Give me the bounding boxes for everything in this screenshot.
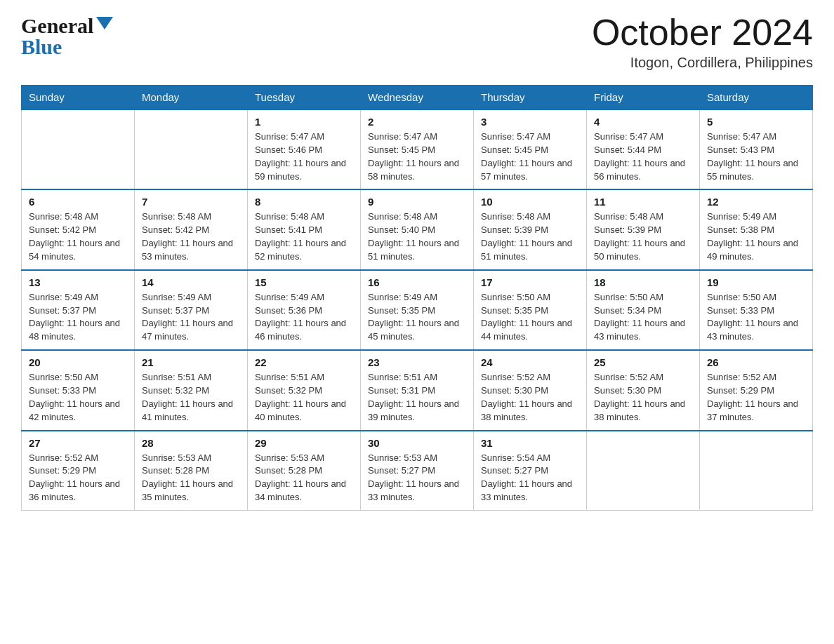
day-info: Sunrise: 5:47 AMSunset: 5:43 PMDaylight:… xyxy=(707,130,805,183)
day-number: 29 xyxy=(255,437,353,449)
header-thursday: Thursday xyxy=(474,86,587,110)
calendar-cell: 26Sunrise: 5:52 AMSunset: 5:29 PMDayligh… xyxy=(700,350,813,430)
calendar-cell: 30Sunrise: 5:53 AMSunset: 5:27 PMDayligh… xyxy=(361,431,474,511)
calendar-cell: 9Sunrise: 5:48 AMSunset: 5:40 PMDaylight… xyxy=(361,189,474,269)
day-info: Sunrise: 5:48 AMSunset: 5:42 PMDaylight:… xyxy=(142,210,240,263)
page-header: General Blue October 2024 Itogon, Cordil… xyxy=(21,14,813,71)
day-number: 27 xyxy=(29,437,127,449)
calendar-cell: 12Sunrise: 5:49 AMSunset: 5:38 PMDayligh… xyxy=(700,189,813,269)
day-info: Sunrise: 5:53 AMSunset: 5:28 PMDaylight:… xyxy=(142,452,240,504)
day-number: 15 xyxy=(255,276,353,288)
day-info: Sunrise: 5:53 AMSunset: 5:28 PMDaylight:… xyxy=(255,452,353,504)
calendar-cell: 15Sunrise: 5:49 AMSunset: 5:36 PMDayligh… xyxy=(248,270,361,350)
calendar-cell: 8Sunrise: 5:48 AMSunset: 5:41 PMDaylight… xyxy=(248,189,361,269)
calendar-cell xyxy=(135,109,248,189)
day-info: Sunrise: 5:49 AMSunset: 5:38 PMDaylight:… xyxy=(707,210,805,263)
day-info: Sunrise: 5:47 AMSunset: 5:45 PMDaylight:… xyxy=(481,130,579,183)
day-info: Sunrise: 5:48 AMSunset: 5:41 PMDaylight:… xyxy=(255,210,353,263)
header-monday: Monday xyxy=(135,86,248,110)
day-number: 25 xyxy=(594,356,692,368)
day-info: Sunrise: 5:50 AMSunset: 5:33 PMDaylight:… xyxy=(29,371,127,424)
day-number: 4 xyxy=(594,116,692,128)
calendar-week-row: 27Sunrise: 5:52 AMSunset: 5:29 PMDayligh… xyxy=(22,431,813,511)
day-number: 1 xyxy=(255,116,353,128)
day-number: 21 xyxy=(142,356,240,368)
logo-blue-text: Blue xyxy=(21,35,62,59)
day-info: Sunrise: 5:47 AMSunset: 5:46 PMDaylight:… xyxy=(255,130,353,183)
calendar-week-row: 20Sunrise: 5:50 AMSunset: 5:33 PMDayligh… xyxy=(22,350,813,430)
header-tuesday: Tuesday xyxy=(248,86,361,110)
calendar-cell: 4Sunrise: 5:47 AMSunset: 5:44 PMDaylight… xyxy=(587,109,700,189)
day-number: 12 xyxy=(707,196,805,208)
calendar-body: 1Sunrise: 5:47 AMSunset: 5:46 PMDaylight… xyxy=(22,109,813,510)
day-number: 31 xyxy=(481,437,579,449)
day-info: Sunrise: 5:52 AMSunset: 5:29 PMDaylight:… xyxy=(29,452,127,504)
calendar-cell: 3Sunrise: 5:47 AMSunset: 5:45 PMDaylight… xyxy=(474,109,587,189)
calendar-cell: 14Sunrise: 5:49 AMSunset: 5:37 PMDayligh… xyxy=(135,270,248,350)
calendar-cell: 6Sunrise: 5:48 AMSunset: 5:42 PMDaylight… xyxy=(22,189,135,269)
day-number: 24 xyxy=(481,356,579,368)
day-info: Sunrise: 5:48 AMSunset: 5:40 PMDaylight:… xyxy=(368,210,466,263)
calendar-cell: 11Sunrise: 5:48 AMSunset: 5:39 PMDayligh… xyxy=(587,189,700,269)
calendar-cell: 28Sunrise: 5:53 AMSunset: 5:28 PMDayligh… xyxy=(135,431,248,511)
calendar-week-row: 13Sunrise: 5:49 AMSunset: 5:37 PMDayligh… xyxy=(22,270,813,350)
location-text: Itogon, Cordillera, Philippines xyxy=(592,55,813,71)
day-info: Sunrise: 5:51 AMSunset: 5:32 PMDaylight:… xyxy=(142,371,240,424)
calendar-week-row: 6Sunrise: 5:48 AMSunset: 5:42 PMDaylight… xyxy=(22,189,813,269)
day-number: 9 xyxy=(368,196,466,208)
day-number: 20 xyxy=(29,356,127,368)
day-number: 5 xyxy=(707,116,805,128)
day-info: Sunrise: 5:51 AMSunset: 5:31 PMDaylight:… xyxy=(368,371,466,424)
calendar-cell xyxy=(587,431,700,511)
day-number: 26 xyxy=(707,356,805,368)
day-info: Sunrise: 5:48 AMSunset: 5:39 PMDaylight:… xyxy=(481,210,579,263)
calendar-cell: 23Sunrise: 5:51 AMSunset: 5:31 PMDayligh… xyxy=(361,350,474,430)
day-number: 6 xyxy=(29,196,127,208)
header-wednesday: Wednesday xyxy=(361,86,474,110)
day-info: Sunrise: 5:53 AMSunset: 5:27 PMDaylight:… xyxy=(368,452,466,504)
day-info: Sunrise: 5:47 AMSunset: 5:44 PMDaylight:… xyxy=(594,130,692,183)
logo-triangle-icon xyxy=(96,17,113,29)
day-number: 22 xyxy=(255,356,353,368)
day-number: 8 xyxy=(255,196,353,208)
day-number: 11 xyxy=(594,196,692,208)
day-number: 30 xyxy=(368,437,466,449)
day-number: 2 xyxy=(368,116,466,128)
day-info: Sunrise: 5:49 AMSunset: 5:35 PMDaylight:… xyxy=(368,291,466,344)
calendar-week-row: 1Sunrise: 5:47 AMSunset: 5:46 PMDaylight… xyxy=(22,109,813,189)
header-saturday: Saturday xyxy=(700,86,813,110)
day-number: 14 xyxy=(142,276,240,288)
header-sunday: Sunday xyxy=(22,86,135,110)
day-info: Sunrise: 5:52 AMSunset: 5:30 PMDaylight:… xyxy=(481,371,579,424)
day-info: Sunrise: 5:52 AMSunset: 5:30 PMDaylight:… xyxy=(594,371,692,424)
day-info: Sunrise: 5:47 AMSunset: 5:45 PMDaylight:… xyxy=(368,130,466,183)
day-number: 3 xyxy=(481,116,579,128)
calendar-cell: 10Sunrise: 5:48 AMSunset: 5:39 PMDayligh… xyxy=(474,189,587,269)
weekday-row: Sunday Monday Tuesday Wednesday Thursday… xyxy=(22,86,813,110)
day-info: Sunrise: 5:51 AMSunset: 5:32 PMDaylight:… xyxy=(255,371,353,424)
calendar-table: Sunday Monday Tuesday Wednesday Thursday… xyxy=(21,85,813,511)
day-info: Sunrise: 5:50 AMSunset: 5:34 PMDaylight:… xyxy=(594,291,692,344)
calendar-header: Sunday Monday Tuesday Wednesday Thursday… xyxy=(22,86,813,110)
header-friday: Friday xyxy=(587,86,700,110)
calendar-cell: 13Sunrise: 5:49 AMSunset: 5:37 PMDayligh… xyxy=(22,270,135,350)
calendar-cell: 19Sunrise: 5:50 AMSunset: 5:33 PMDayligh… xyxy=(700,270,813,350)
calendar-cell: 18Sunrise: 5:50 AMSunset: 5:34 PMDayligh… xyxy=(587,270,700,350)
day-info: Sunrise: 5:49 AMSunset: 5:37 PMDaylight:… xyxy=(29,291,127,344)
logo-general-text: General xyxy=(21,14,93,38)
day-info: Sunrise: 5:48 AMSunset: 5:42 PMDaylight:… xyxy=(29,210,127,263)
day-number: 13 xyxy=(29,276,127,288)
calendar-cell: 27Sunrise: 5:52 AMSunset: 5:29 PMDayligh… xyxy=(22,431,135,511)
day-info: Sunrise: 5:50 AMSunset: 5:35 PMDaylight:… xyxy=(481,291,579,344)
day-number: 28 xyxy=(142,437,240,449)
day-info: Sunrise: 5:48 AMSunset: 5:39 PMDaylight:… xyxy=(594,210,692,263)
calendar-cell: 21Sunrise: 5:51 AMSunset: 5:32 PMDayligh… xyxy=(135,350,248,430)
day-number: 18 xyxy=(594,276,692,288)
calendar-cell: 31Sunrise: 5:54 AMSunset: 5:27 PMDayligh… xyxy=(474,431,587,511)
day-number: 17 xyxy=(481,276,579,288)
day-info: Sunrise: 5:49 AMSunset: 5:36 PMDaylight:… xyxy=(255,291,353,344)
month-title: October 2024 xyxy=(592,14,813,51)
day-info: Sunrise: 5:49 AMSunset: 5:37 PMDaylight:… xyxy=(142,291,240,344)
calendar-cell: 17Sunrise: 5:50 AMSunset: 5:35 PMDayligh… xyxy=(474,270,587,350)
title-section: October 2024 Itogon, Cordillera, Philipp… xyxy=(592,14,813,71)
